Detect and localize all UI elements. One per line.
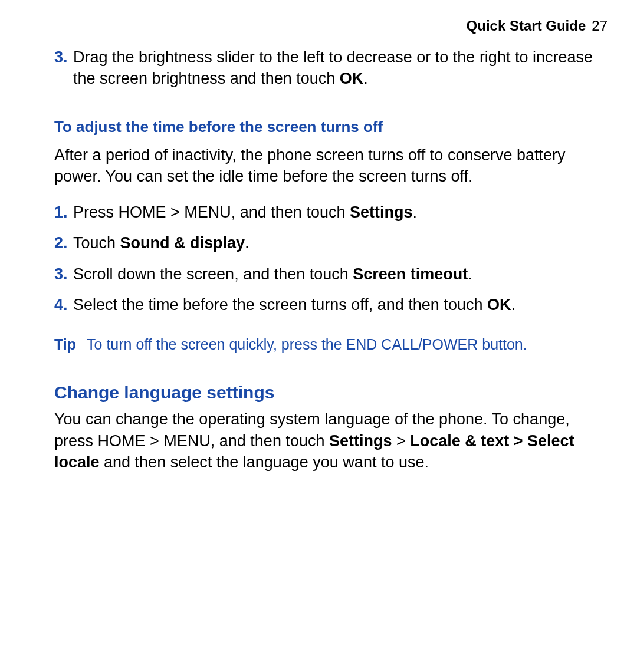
text-segment: . [468,265,472,283]
section-heading-language: Change language settings [54,383,602,403]
tip-label: Tip [54,335,76,355]
step-text: Drag the brightness slider to the left t… [73,47,602,90]
text-segment: > [392,432,410,450]
tip-content: To turn off the screen quickly, press th… [87,335,602,355]
page-header: Quick Start Guide 27 [29,18,608,37]
text-segment: Press HOME > MENU, and then touch [73,203,350,221]
text-segment: Touch [73,234,120,252]
intro-paragraph: After a period of inactivity, the phone … [54,144,602,187]
bold-text: Screen timeout [353,265,468,283]
header-title: Quick Start Guide [467,18,586,34]
list-step: 4.Select the time before the screen turn… [54,294,602,315]
text-segment: Scroll down the screen, and then touch [73,265,353,283]
bold-text: Settings [329,432,392,450]
text-segment: . [412,203,417,221]
step-text: Select the time before the screen turns … [73,294,602,315]
text-segment: and then select the language you want to… [100,453,429,471]
page-content: 3. Drag the brightness slider to the lef… [29,47,608,473]
step-number: 2. [54,232,73,253]
text-segment: . [363,70,368,87]
bold-text: Sound & display [120,234,245,252]
step-text: Touch Sound & display. [73,232,602,253]
list-step: 3.Scroll down the screen, and then touch… [54,263,602,285]
bold-text: OK [340,70,364,87]
step-number: 1. [54,202,73,223]
list-step: 1.Press HOME > MENU, and then touch Sett… [54,202,602,223]
tip-row: Tip To turn off the screen quickly, pres… [54,335,602,355]
text-segment: Drag the brightness slider to the left t… [73,48,593,87]
bold-text: OK [487,296,511,314]
step-text: Press HOME > MENU, and then touch Settin… [73,202,602,223]
subheading-screen-timeout: To adjust the time before the screen tur… [54,118,602,136]
text-segment: . [245,234,249,252]
list-step: 2.Touch Sound & display. [54,232,602,253]
step-number: 3. [54,263,73,285]
text-segment: Select the time before the screen turns … [73,296,487,314]
text-segment: . [511,296,515,314]
brightness-step-3: 3. Drag the brightness slider to the lef… [54,47,602,90]
step-number: 3. [54,47,73,68]
language-paragraph: You can change the operating system lang… [54,409,602,473]
bold-text: Settings [350,203,413,221]
step-number: 4. [54,294,73,315]
header-page-number: 27 [592,18,608,34]
steps-list: 1.Press HOME > MENU, and then touch Sett… [54,202,602,316]
step-text: Scroll down the screen, and then touch S… [73,263,602,285]
